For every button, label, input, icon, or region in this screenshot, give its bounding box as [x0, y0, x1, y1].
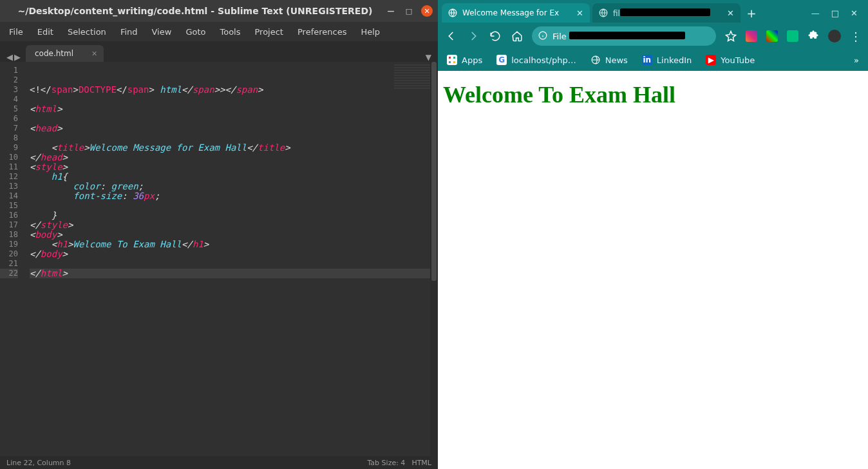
chrome-window-controls: — □ ✕: [811, 8, 864, 18]
menu-edit[interactable]: Edit: [37, 27, 53, 37]
address-text: File: [552, 32, 685, 41]
extensions-puzzle-icon[interactable]: [807, 29, 819, 43]
status-syntax[interactable]: HTML: [411, 459, 431, 467]
tab-close-icon[interactable]: ✕: [727, 8, 734, 18]
google-icon: G: [496, 55, 507, 65]
chrome-tabstrip: Welcome Message for Ex ✕ fil ✕ + — □ ✕: [438, 0, 868, 23]
page-heading: Welcome To Exam Hall: [443, 81, 863, 108]
tab-close-icon[interactable]: ✕: [91, 50, 97, 58]
line-gutter: 12345678910111213141516171819202122: [0, 62, 22, 456]
tab-title: fil: [613, 8, 722, 18]
globe-icon: [448, 8, 457, 17]
menu-tools[interactable]: Tools: [220, 27, 240, 37]
sublime-tabstrip: ◀ ▶ code.html ✕ ▼: [0, 41, 438, 62]
menu-goto[interactable]: Goto: [185, 27, 205, 37]
menu-view[interactable]: View: [152, 27, 172, 37]
menu-selection[interactable]: Selection: [68, 27, 106, 37]
linkedin-icon: in: [642, 55, 652, 65]
extension-row: ⋮: [746, 29, 862, 43]
sublime-statusbar: Line 22, Column 8 Tab Size: 4 HTML: [0, 456, 438, 469]
menu-project[interactable]: Project: [254, 27, 283, 37]
globe-icon: [590, 55, 601, 65]
tab-overflow-icon[interactable]: ▼: [426, 53, 438, 62]
apps-icon: [447, 55, 457, 65]
sublime-tab-label: code.html: [35, 49, 73, 58]
menu-preferences[interactable]: Preferences: [297, 27, 346, 37]
bookmark-apps[interactable]: Apps: [447, 55, 482, 65]
sublime-titlebar: ~/Desktop/content_writing/code.html - Su…: [0, 0, 438, 22]
scrollbar-thumb[interactable]: [431, 62, 437, 281]
menu-file[interactable]: File: [9, 27, 23, 37]
back-button[interactable]: [444, 29, 458, 43]
menu-help[interactable]: Help: [361, 27, 380, 37]
window-close-icon[interactable]: ✕: [851, 8, 858, 18]
bookmark-bar: Apps G localhost/php… News in LinkedIn ▶…: [438, 49, 868, 71]
vertical-scrollbar[interactable]: [430, 62, 438, 456]
chrome-tab-inactive[interactable]: fil ✕: [592, 3, 741, 23]
sublime-window: ~/Desktop/content_writing/code.html - Su…: [0, 0, 438, 469]
menu-find[interactable]: Find: [120, 27, 138, 37]
chrome-window: Welcome Message for Ex ✕ fil ✕ + — □ ✕: [438, 0, 868, 469]
extension-icon[interactable]: [787, 30, 798, 42]
code-area[interactable]: <!</span>DOCTYPE</span> html</span>></sp…: [22, 62, 438, 456]
window-close-icon[interactable]: ✕: [421, 5, 433, 17]
redacted-text: [620, 8, 710, 16]
sublime-tab[interactable]: code.html ✕: [26, 45, 104, 62]
home-button[interactable]: [510, 29, 524, 43]
tab-close-icon[interactable]: ✕: [576, 8, 583, 18]
sublime-menubar: File Edit Selection Find View Goto Tools…: [0, 22, 438, 41]
status-tabsize[interactable]: Tab Size: 4: [367, 459, 405, 467]
chrome-frame: Welcome Message for Ex ✕ fil ✕ + — □ ✕: [438, 0, 868, 71]
bookmark-overflow-icon[interactable]: »: [854, 55, 859, 65]
youtube-icon: ▶: [706, 55, 716, 65]
nav-back-icon[interactable]: ◀: [6, 52, 13, 62]
extension-icon[interactable]: [766, 30, 778, 42]
chrome-menu-icon[interactable]: ⋮: [850, 30, 862, 43]
window-minimize-icon[interactable]: —: [385, 5, 397, 17]
globe-icon: [599, 8, 608, 17]
nav-forward-icon[interactable]: ▶: [14, 52, 21, 62]
forward-button[interactable]: [466, 29, 480, 43]
window-maximize-icon[interactable]: □: [831, 8, 839, 18]
bookmark-linkedin[interactable]: in LinkedIn: [642, 55, 692, 65]
chrome-tab-active[interactable]: Welcome Message for Ex ✕: [442, 3, 590, 23]
sublime-editor[interactable]: 12345678910111213141516171819202122 <!</…: [0, 62, 438, 456]
window-minimize-icon[interactable]: —: [811, 8, 820, 18]
info-icon[interactable]: [538, 31, 547, 42]
bookmark-youtube[interactable]: ▶ YouTube: [706, 55, 755, 65]
address-bar[interactable]: File: [532, 26, 716, 46]
redacted-text: [569, 32, 685, 39]
window-maximize-icon[interactable]: □: [403, 5, 415, 17]
tab-title: Welcome Message for Ex: [462, 8, 571, 17]
status-cursor: Line 22, Column 8: [6, 459, 71, 467]
extension-icon[interactable]: [746, 30, 757, 42]
new-tab-button[interactable]: +: [743, 5, 760, 21]
sublime-title: ~/Desktop/content_writing/code.html - Su…: [5, 6, 385, 16]
page-content: Welcome To Exam Hall: [438, 71, 868, 469]
chrome-toolbar: File ⋮: [438, 23, 868, 49]
profile-avatar[interactable]: [828, 30, 841, 43]
bookmark-localhost[interactable]: G localhost/php…: [496, 55, 576, 65]
reload-button[interactable]: [488, 29, 502, 43]
minimap[interactable]: [394, 64, 433, 90]
star-icon[interactable]: [724, 29, 738, 43]
bookmark-news[interactable]: News: [590, 55, 628, 65]
